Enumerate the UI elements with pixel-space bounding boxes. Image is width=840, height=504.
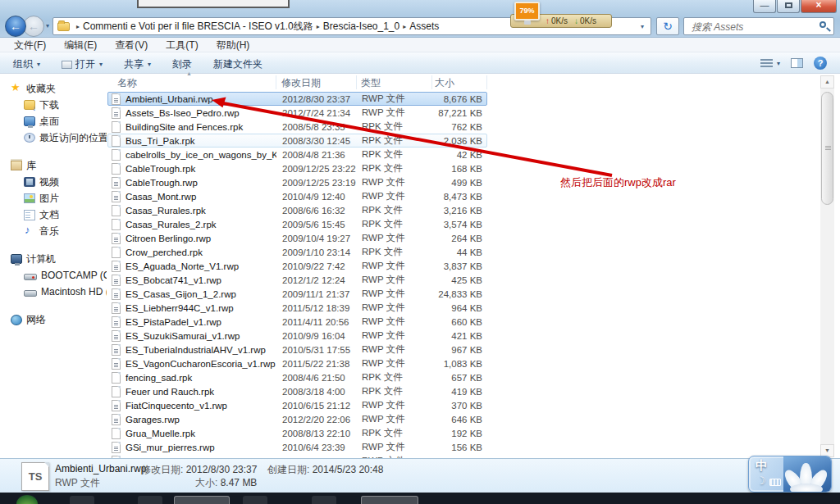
moon-icon[interactable]: ☽ — [756, 474, 766, 487]
taskbar-button[interactable] — [243, 496, 267, 504]
column-header-date[interactable]: 修改日期 — [281, 76, 321, 90]
table-row[interactable]: ES_Liebherr944C_v1.rwp2011/5/12 18:39RWP… — [107, 301, 487, 315]
refresh-icon: ↻ — [663, 20, 673, 33]
table-row[interactable]: Grua_Muelle.rpk2008/8/13 22:10RPK 文件192 … — [107, 426, 487, 440]
sidebar-section-2[interactable]: 计算机 — [0, 251, 107, 267]
back-button[interactable]: ← — [5, 16, 26, 37]
table-row[interactable]: ES_PistaPadel_v1.rwp2011/4/11 20:56RWP 文… — [107, 315, 487, 329]
table-row[interactable]: Casas_Rurales.rpk2008/6/6 16:32RPK 文件3,2… — [107, 203, 487, 217]
keyboard-icon[interactable] — [769, 479, 781, 486]
nav-history-caret-icon[interactable]: ▾ — [46, 22, 49, 30]
search-icon[interactable] — [819, 21, 826, 28]
sidebar-item[interactable]: BOOTCAMP (C:) — [0, 267, 107, 284]
table-row[interactable]: Feuer und Rauch.rpk2008/3/18 4:00RPK 文件4… — [107, 384, 487, 398]
file-icon — [112, 205, 121, 216]
open-button[interactable]: 打开▾ — [62, 57, 103, 71]
column-header-name[interactable]: 名称 — [117, 76, 137, 90]
sidebar-item[interactable]: 文档 — [0, 207, 107, 223]
taskbar-button[interactable] — [138, 496, 162, 504]
address-dropdown-caret-icon[interactable]: ▾ — [641, 23, 644, 30]
sidebar-item[interactable]: 最近访问的位置 — [0, 129, 107, 146]
recorder-monitor-icon[interactable]: 79% — [514, 2, 540, 20]
file-icon — [112, 442, 121, 453]
table-row[interactable]: cabelrolls_by_ice_on_wagons_by_Kuju...20… — [107, 148, 487, 161]
table-row[interactable]: Crow_perched.rpk2009/1/10 23:14RPK 文件44 … — [107, 245, 487, 259]
file-name: Casas_Mont.rwp — [126, 192, 276, 202]
column-header-type[interactable]: 类型 — [361, 76, 381, 90]
breadcrumb-item[interactable]: Assets — [409, 20, 439, 32]
file-type: RWP 文件 — [357, 399, 432, 411]
help-icon: ? — [818, 58, 824, 68]
menu-help[interactable]: 帮助(H) — [208, 38, 259, 52]
search-input[interactable] — [690, 20, 813, 34]
table-row[interactable]: fencing_sad.rpk2008/4/6 21:50RPK 文件657 K… — [107, 370, 487, 384]
refresh-button[interactable]: ↻ — [656, 17, 679, 35]
table-row[interactable]: ES_Bobcat741_v1.rwp2012/1/2 12:24RWP 文件4… — [107, 273, 487, 287]
table-row[interactable]: Casas_Mont.rwp2010/4/9 12:40RWP 文件8,473 … — [107, 189, 487, 203]
table-row[interactable]: ES_Aguada_Norte_V1.rwp2010/9/22 7:42RWP … — [107, 259, 487, 273]
sidebar-item[interactable]: 图片 — [0, 190, 107, 207]
table-row[interactable]: CableTrough.rpk2009/12/25 23:22RPK 文件168… — [107, 161, 487, 175]
sidebar-item[interactable]: 下载 — [0, 97, 107, 113]
sidebar-section-0[interactable]: 收藏夹 — [0, 80, 107, 97]
table-row[interactable]: ES_SuzukiSamurai_v1.rwp2010/9/9 16:04RWP… — [107, 329, 487, 343]
file-size: 44 KB — [432, 247, 487, 257]
table-row[interactable]: BuildingSite and Fences.rpk2008/5/8 23:3… — [107, 120, 487, 134]
table-row[interactable]: Garages.rwp2012/2/20 22:06RWP 文件646 KB — [107, 412, 487, 426]
scroll-up-button[interactable]: ▲ — [820, 75, 834, 89]
new-folder-button[interactable]: 新建文件夹 — [213, 57, 262, 71]
library-icon — [11, 161, 22, 170]
sidebar-item-label: 图片 — [39, 192, 59, 206]
taskbar-button[interactable] — [361, 496, 418, 504]
file-type: RPK 文件 — [357, 385, 432, 397]
help-button[interactable]: ? — [814, 57, 827, 70]
sidebar-item[interactable]: 桌面 — [0, 113, 107, 129]
file-size: 87,221 KB — [432, 108, 487, 118]
sidebar-item[interactable]: 视频 — [0, 174, 107, 190]
minimize-button[interactable]: — — [753, 0, 776, 13]
table-row[interactable]: CableTrough.rwp2009/12/25 23:19RWP 文件499… — [107, 175, 487, 189]
file-name: Garages.rwp — [126, 415, 276, 425]
vertical-scrollbar[interactable]: ▲ ▼ — [820, 75, 834, 457]
background-window-edge[interactable] — [137, 0, 290, 8]
maximize-button[interactable] — [777, 0, 800, 13]
menu-view[interactable]: 查看(V) — [106, 38, 157, 52]
ime-chinese-indicator[interactable]: 中 — [756, 458, 768, 474]
table-row[interactable]: ES_VagonCucharonEscoria_v1.rwp2011/5/22 … — [107, 356, 487, 370]
ime-language-bar[interactable]: 中 ☽ — [748, 456, 832, 493]
sidebar-item[interactable]: Macintosh HD (E — [0, 284, 107, 300]
table-row[interactable]: Bus_Tri_Pak.rpk2008/3/30 12:45RPK 文件2,03… — [107, 134, 487, 148]
start-button[interactable] — [16, 495, 38, 504]
file-type: RPK 文件 — [357, 148, 432, 161]
sidebar-section-3[interactable]: 网络 — [0, 311, 107, 328]
close-button[interactable]: × — [801, 0, 837, 13]
column-header-size[interactable]: 大小 — [435, 76, 454, 90]
table-row[interactable]: Casas_Rurales_2.rpk2009/5/6 15:45RPK 文件3… — [107, 217, 487, 231]
views-button[interactable]: ▾ — [760, 59, 780, 68]
window-controls: — × — [752, 0, 837, 13]
table-row[interactable]: Assets_Bs-Iseo_Pedro.rwp2012/7/24 21:34R… — [107, 106, 487, 120]
breadcrumb-item[interactable]: Brescia-Iseo_1_0 — [323, 20, 399, 32]
file-size: 3,574 KB — [432, 220, 487, 229]
menu-edit[interactable]: 编辑(E) — [55, 38, 106, 52]
table-row[interactable]: GSi_mur_pierres.rwp2010/6/4 23:39RWP 文件1… — [107, 440, 487, 454]
sidebar-section-1[interactable]: 库 — [0, 157, 107, 174]
sidebar-item[interactable]: 音乐 — [0, 223, 107, 239]
table-row[interactable]: Citroen Berlingo.rwp2009/10/4 19:27RWP 文… — [107, 231, 487, 245]
file-size: 24,833 KB — [432, 289, 487, 299]
preview-pane-button[interactable] — [791, 58, 803, 68]
share-button[interactable]: 共享▾ — [124, 57, 151, 71]
menu-file[interactable]: 文件(F) — [5, 38, 55, 52]
menu-tools[interactable]: 工具(T) — [157, 38, 207, 52]
organize-button[interactable]: 组织▾ — [13, 57, 40, 71]
burn-button[interactable]: 刻录 — [172, 57, 192, 71]
table-row[interactable]: ES_Casas_Gijon_1_2.rwp2009/11/1 21:37RWP… — [107, 287, 487, 301]
table-row[interactable]: ES_TuberiaIndustrialAHV_v1.rwp2010/5/31 … — [107, 343, 487, 356]
scrollbar-thumb[interactable] — [821, 92, 833, 205]
breadcrumb-item[interactable]: Commenti e Voti per il file BRESCIA - IS… — [83, 20, 313, 34]
taskbar-button[interactable] — [70, 496, 94, 504]
taskbar-button[interactable] — [312, 496, 336, 504]
table-row[interactable]: Ambienti_Urbani.rwp2012/8/30 23:37RWP 文件… — [107, 92, 487, 106]
taskbar-button[interactable] — [174, 496, 230, 504]
table-row[interactable]: FiatCinquecento_v1.rwp2010/6/15 21:12RWP… — [107, 398, 487, 412]
